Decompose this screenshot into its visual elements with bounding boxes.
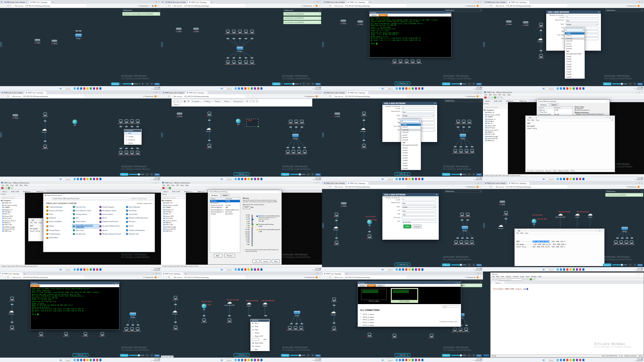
canvas-value-box[interactable]: 84 bbox=[302, 82, 305, 85]
physical-button[interactable]: Physical bbox=[442, 82, 450, 85]
view-by-select[interactable]: View by: Large icons ▾ bbox=[137, 202, 152, 204]
taskbar-tray[interactable]: ∧10:21 AM11/20/2025 bbox=[312, 87, 321, 90]
editor-icons-select[interactable]: Icons▾ bbox=[173, 103, 180, 106]
taskbar-app-icon[interactable] bbox=[235, 268, 237, 271]
profile-avatar[interactable] bbox=[316, 5, 318, 7]
canvas-value-box[interactable]: 08 bbox=[150, 354, 153, 357]
taskbar-app-icon[interactable] bbox=[254, 268, 256, 271]
taskbar-app-icon[interactable] bbox=[244, 268, 247, 271]
taskbar-app-icon[interactable] bbox=[573, 359, 575, 361]
taskbar-app-icon[interactable] bbox=[399, 87, 401, 90]
quick-connect-icon[interactable] bbox=[495, 278, 497, 280]
context-menu-item[interactable]: ◇Unlock bbox=[251, 331, 269, 334]
browser-tab-lab[interactable]: PNETLab | Lab is Simple bbox=[484, 1, 507, 4]
notifications-header[interactable]: Notifications× bbox=[444, 190, 482, 193]
control-panel-item[interactable]: Credential Manager bbox=[46, 206, 72, 208]
securecrt-menu-item[interactable]: Edit bbox=[496, 276, 499, 278]
taskbar-clock[interactable]: 10:21 AM11/20/2025 bbox=[475, 268, 482, 271]
taskbar-tray[interactable]: ∧10:21 AM11/20/2025 bbox=[312, 177, 321, 181]
profile-avatar[interactable] bbox=[316, 276, 318, 278]
cancel-button[interactable]: Cancel bbox=[261, 259, 270, 263]
notepad-window[interactable]: NAT×+—▢× FileEditView⚙ NATBridgedhost-on… bbox=[525, 115, 615, 172]
taskbar-app-icon[interactable] bbox=[80, 87, 83, 90]
tc-manual-button[interactable]: TC MANUAL (3) bbox=[395, 82, 411, 85]
library-root[interactable]: My Computer bbox=[161, 199, 186, 202]
zoom-in-icon[interactable]: ⊕ bbox=[300, 83, 301, 85]
control-panel-window[interactable]: All Control Panel Items—▢× ←→↑ Control P… bbox=[43, 193, 155, 252]
minimize-button[interactable]: — bbox=[153, 1, 154, 3]
taskbar-app-icon[interactable] bbox=[563, 359, 566, 361]
maximize-button[interactable]: ▢ bbox=[156, 91, 157, 93]
taskbar-app-icon[interactable] bbox=[87, 268, 89, 271]
tab-close-icon[interactable]: × bbox=[364, 285, 365, 287]
taskbar-app-icon[interactable] bbox=[421, 359, 424, 361]
vmware-titlebar[interactable]: PNETLab - VMware Workstation—▢× bbox=[0, 181, 161, 184]
notifications-header[interactable]: Notifications× bbox=[444, 99, 482, 102]
close-button[interactable]: × bbox=[612, 117, 613, 118]
address-bar[interactable]: !Not secure|192.168.114.200/legacy/topol… bbox=[493, 185, 568, 188]
taskbar-app-icon[interactable] bbox=[563, 87, 566, 90]
control-panel-item[interactable]: Power Options bbox=[72, 220, 99, 223]
summarize-button[interactable]: ✦Summarize bbox=[626, 5, 636, 7]
bookmark-icon[interactable]: ☆ bbox=[313, 5, 315, 7]
taskbar-app-icon[interactable] bbox=[257, 268, 260, 271]
tray-chevron-icon[interactable]: ∧ bbox=[473, 359, 475, 361]
tab-list-icon[interactable]: ▤ bbox=[162, 1, 163, 3]
control-panel-item[interactable]: Internet Options bbox=[99, 213, 126, 216]
help-button[interactable]: Help bbox=[272, 259, 280, 263]
securecrt-menu-item[interactable]: Options bbox=[506, 276, 511, 278]
profile-avatar[interactable] bbox=[316, 95, 318, 97]
settings-icon[interactable]: ⚙ bbox=[612, 119, 613, 121]
address-bar[interactable]: !Not secure|192.168.114.200/legacy/topol… bbox=[332, 95, 407, 98]
tab-close-icon[interactable]: × bbox=[522, 230, 522, 232]
sidebar-expander[interactable]: › bbox=[161, 42, 163, 47]
editor-format-button[interactable]: I bbox=[249, 99, 252, 103]
memory-slider[interactable] bbox=[252, 215, 253, 246]
tab-close-icon[interactable]: × bbox=[515, 100, 516, 102]
toolbar-icon[interactable] bbox=[491, 97, 493, 99]
vmware-titlebar[interactable]: PNETLab - VMware Workstation—▢× bbox=[483, 90, 644, 94]
tc-manual-button[interactable]: TC MANUAL (3) bbox=[395, 263, 411, 266]
tab-close-icon[interactable]: × bbox=[502, 282, 502, 284]
taskbar-app-icon[interactable] bbox=[77, 178, 79, 180]
minimize-button[interactable]: — bbox=[146, 195, 147, 196]
toast-close-icon[interactable]: × bbox=[641, 194, 642, 196]
canvas-value-box[interactable]: 84 bbox=[467, 173, 471, 176]
profile-avatar[interactable] bbox=[477, 276, 479, 278]
taskbar-app-icon[interactable] bbox=[573, 178, 575, 180]
taskbar-app-icon[interactable] bbox=[83, 268, 86, 271]
zoom-slider[interactable] bbox=[451, 355, 466, 356]
summarize-button[interactable]: ✦Summarize bbox=[465, 186, 475, 188]
taskbar-app-icon[interactable] bbox=[405, 178, 408, 180]
toast-close-icon[interactable]: × bbox=[158, 13, 159, 15]
vm-list-item[interactable]: PNETLab bbox=[483, 140, 508, 142]
taskbar-app-icon[interactable] bbox=[83, 87, 86, 90]
taskbar-app-icon[interactable] bbox=[254, 87, 256, 90]
taskbar-app-icon[interactable] bbox=[99, 87, 102, 90]
notepad-menu-item[interactable]: View bbox=[536, 119, 539, 121]
taskbar-clock[interactable]: 10:21 AM11/20/2025 bbox=[636, 87, 643, 90]
library-search-input[interactable]: Type here to search bbox=[1, 196, 24, 199]
taskbar-app-icon[interactable] bbox=[251, 359, 253, 361]
minimize-button[interactable]: — bbox=[635, 274, 636, 275]
forward-icon[interactable]: → bbox=[165, 95, 167, 97]
close-button[interactable]: × bbox=[481, 1, 481, 3]
taskbar-app-icon[interactable] bbox=[415, 178, 417, 180]
browser-tab-topology[interactable]: PNETLab | Topology× bbox=[162, 272, 184, 275]
notifications-header[interactable]: Notifications× bbox=[605, 190, 643, 193]
session-thumbnail[interactable]: VPC4_4_admin bbox=[360, 288, 388, 303]
canvas-value-box[interactable]: 84 bbox=[467, 263, 471, 266]
tab-close-icon[interactable]: × bbox=[181, 273, 182, 275]
minimize-button[interactable]: — bbox=[475, 273, 476, 274]
close-button[interactable]: × bbox=[602, 230, 603, 231]
start-button[interactable]: ⊞ bbox=[382, 88, 384, 90]
sidebar-expander[interactable]: › bbox=[322, 132, 324, 138]
start-button[interactable]: ⊞ bbox=[382, 178, 384, 180]
script-icon[interactable] bbox=[530, 278, 532, 280]
taskbar-app-icon[interactable] bbox=[412, 359, 414, 361]
maximize-button[interactable]: ▢ bbox=[317, 91, 318, 93]
zoom-slider[interactable] bbox=[290, 355, 305, 356]
taskbar-clock[interactable]: 10:21 AM11/20/2025 bbox=[153, 358, 160, 362]
address-bar[interactable]: !Not secure|192.168.114.200/legacy/topol… bbox=[332, 185, 407, 188]
tab-close-icon[interactable]: × bbox=[20, 273, 21, 275]
